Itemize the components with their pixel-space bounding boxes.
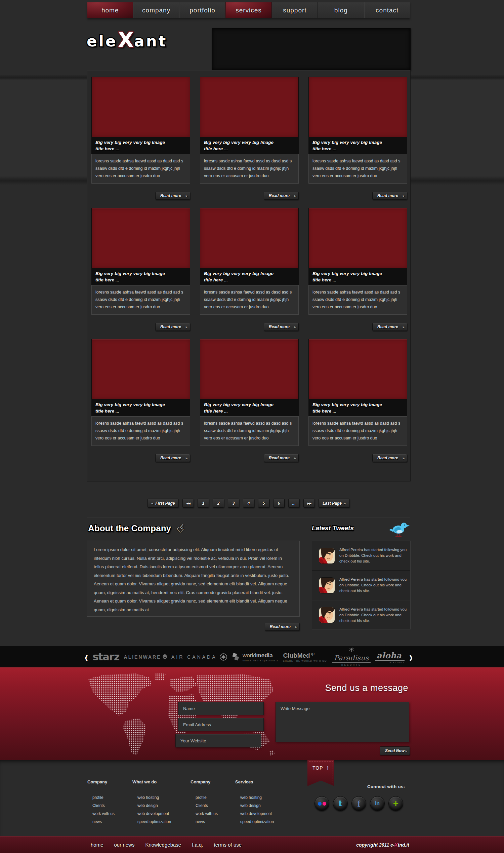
brand-paradisus[interactable]: Paradisus RESORTS [332, 648, 371, 666]
article-excerpt: loresns sasde ashsa faewd assd as dasd a… [308, 285, 407, 315]
article-thumbnail[interactable] [200, 208, 299, 268]
contact-title: Send us a message [325, 683, 408, 693]
read-more-label: Read more [377, 456, 398, 460]
read-more-button[interactable]: Read more▸ [264, 454, 299, 462]
footer-column: CompanyprofileClientswork with usnews [87, 779, 114, 826]
footer-link[interactable]: profile [92, 794, 114, 802]
article-thumbnail[interactable] [308, 339, 407, 399]
flickr-icon[interactable] [314, 796, 329, 811]
brand-clubmed[interactable]: ClubMed Ψ SHARE THE WORLD WITH US' [283, 652, 327, 662]
copyright: copyright 2011 e-Xtnd.it [356, 842, 409, 848]
footer-link[interactable]: web design [240, 802, 274, 810]
section-divider [87, 517, 410, 518]
page-button-4[interactable]: 4 [243, 499, 254, 508]
page-button-1[interactable]: 1 [198, 499, 209, 508]
article-card: Big very big very very big Imagetitle he… [91, 77, 190, 200]
article-title-line1: Big very big very very big Image [312, 401, 403, 408]
footer-link[interactable]: profile [196, 794, 218, 802]
send-now-button[interactable]: Send Now ▸ [380, 746, 410, 755]
footer-link[interactable]: web design [138, 802, 171, 810]
article-thumbnail[interactable] [200, 77, 299, 137]
back-to-top-ribbon[interactable]: TOP ↑ [307, 760, 334, 786]
article-title-line2: title here ... [204, 408, 295, 414]
message-textarea[interactable] [275, 702, 409, 742]
article-thumbnail[interactable] [200, 339, 299, 399]
read-more-button[interactable]: Read more▸ [372, 323, 407, 331]
article-excerpt: loresns sasde ashsa faewd assd as dasd a… [308, 416, 407, 446]
nav-tab-support[interactable]: support [272, 2, 318, 18]
article-title-line1: Big very big very very big Image [95, 270, 186, 277]
nav-tab-company[interactable]: company [133, 2, 179, 18]
nav-tab-services[interactable]: services [226, 2, 271, 18]
footer-link[interactable]: speed optimization [240, 818, 274, 826]
footer-link[interactable]: speed optimization [138, 818, 171, 826]
footer-link[interactable]: news [92, 818, 114, 826]
bottom-link[interactable]: Knowledgebase [145, 842, 181, 848]
logo[interactable]: eleXant [87, 29, 167, 53]
first-page-button[interactable]: ◂First Page [147, 499, 179, 508]
linkedin-icon[interactable]: in [370, 796, 385, 811]
article-title-line1: Big very big very very big Image [312, 270, 403, 277]
footer-link[interactable]: Clients [92, 802, 114, 810]
article-title-line1: Big very big very very big Image [204, 139, 295, 145]
page-button-5[interactable]: 5 [258, 499, 269, 508]
read-more-button[interactable]: Read more▸ [155, 454, 190, 462]
nav-tab-contact[interactable]: contact [364, 2, 410, 18]
article-thumbnail[interactable] [308, 77, 407, 137]
previous-pages-button[interactable]: ◂◂ [182, 499, 194, 508]
article-thumbnail[interactable] [308, 208, 407, 268]
page-button-6[interactable]: 6 [273, 499, 285, 508]
footer-link[interactable]: Clients [196, 802, 218, 810]
footer-link[interactable]: web development [240, 810, 274, 818]
brand-aloha[interactable]: aloha AIRLINES [375, 650, 405, 663]
carousel-next-icon[interactable]: › [409, 649, 413, 664]
footer-link[interactable]: web hosting [138, 794, 171, 802]
more-pages-button[interactable]: ... [288, 499, 300, 508]
page-button-3[interactable]: 3 [228, 499, 239, 508]
about-read-more-button[interactable]: Read more ▸ [265, 623, 300, 631]
page-button-label: ... [292, 501, 296, 506]
bottom-link[interactable]: f.a.q. [192, 842, 203, 848]
article-title-line2: title here ... [312, 277, 403, 283]
article-thumbnail[interactable] [91, 208, 190, 268]
nav-tab-blog[interactable]: blog [318, 2, 364, 18]
footer-link[interactable]: news [196, 818, 218, 826]
read-more-button[interactable]: Read more▸ [155, 192, 190, 200]
read-more-button[interactable]: Read more▸ [264, 323, 299, 331]
read-more-button[interactable]: Read more▸ [264, 192, 299, 200]
read-more-button[interactable]: Read more▸ [155, 323, 190, 331]
brand-alienware[interactable]: ALIENWARE [124, 654, 167, 660]
nav-tab-home[interactable]: home [87, 2, 133, 18]
website-input[interactable] [175, 734, 261, 747]
article-thumbnail[interactable] [91, 77, 190, 137]
next-pages-button[interactable]: ▸▸ [303, 499, 315, 508]
bottom-link[interactable]: home [91, 842, 104, 848]
footer-link[interactable]: web hosting [240, 794, 274, 802]
name-input[interactable] [178, 702, 264, 715]
brand-air-canada[interactable]: AIR CANADA [172, 653, 227, 661]
email-input[interactable] [178, 718, 264, 731]
footer-link[interactable]: work with us [92, 810, 114, 818]
nav-tab-portfolio[interactable]: portfolio [179, 2, 226, 18]
article-thumbnail[interactable] [91, 339, 190, 399]
article-title-line2: title here ... [204, 145, 295, 152]
read-more-button[interactable]: Read more▸ [372, 192, 407, 200]
article-title: Big very big very very big Imagetitle he… [308, 137, 407, 154]
footer-link[interactable]: work with us [196, 810, 218, 818]
brand-clubmed-caption: SHARE THE WORLD WITH US' [283, 660, 327, 662]
page-button-2[interactable]: 2 [213, 499, 224, 508]
last-page-button[interactable]: Last Page▸ [319, 499, 350, 508]
brand-starz[interactable]: starz [92, 651, 119, 663]
footer-link[interactable]: web development [138, 810, 171, 818]
plus-icon[interactable]: + [389, 796, 403, 811]
bottom-link[interactable]: terms of use [214, 842, 242, 848]
bottom-link[interactable]: our news [114, 842, 135, 848]
brand-worldmedia[interactable]: worldmedia online media specialists [232, 652, 278, 662]
carousel-prev-icon[interactable]: ‹ [85, 649, 88, 664]
page-button-label: 5 [263, 501, 265, 506]
twitter-icon[interactable]: t [333, 796, 348, 811]
articles-panel: Big very big very very big Imagetitle he… [87, 70, 411, 482]
facebook-icon[interactable]: f [352, 796, 366, 811]
read-more-button[interactable]: Read more▸ [372, 454, 407, 462]
article-excerpt: loresns sasde ashsa faewd assd as dasd a… [91, 285, 190, 315]
